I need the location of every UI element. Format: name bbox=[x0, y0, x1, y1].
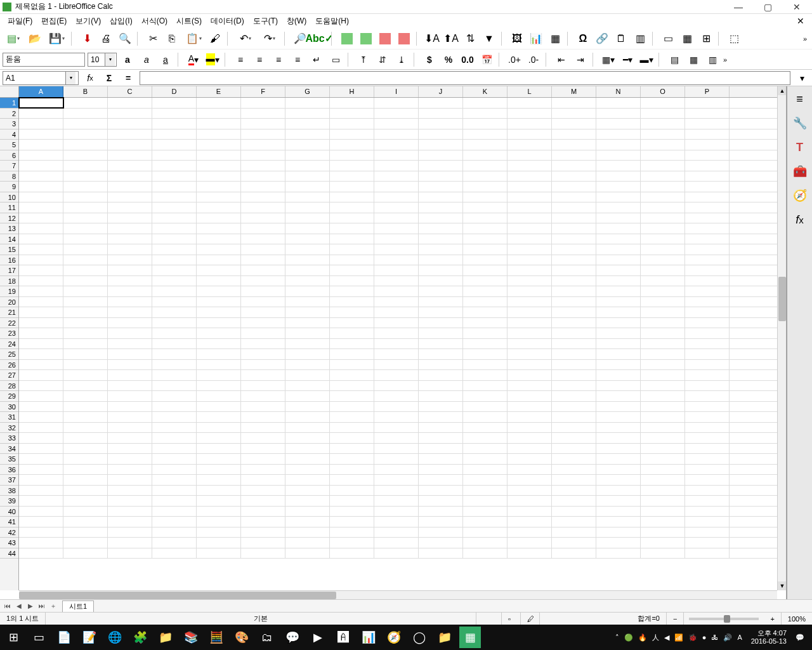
cell-N1[interactable] bbox=[596, 98, 641, 108]
split-window-button[interactable]: ⊞ bbox=[698, 30, 714, 47]
cell-O25[interactable] bbox=[641, 349, 685, 359]
cell-P17[interactable] bbox=[685, 265, 730, 275]
cell-P38[interactable] bbox=[685, 486, 730, 496]
cell-L26[interactable] bbox=[508, 360, 552, 370]
hscroll-thumb[interactable] bbox=[19, 592, 336, 599]
cell-I36[interactable] bbox=[374, 465, 419, 475]
cell-D35[interactable] bbox=[152, 454, 197, 464]
row-header-39[interactable]: 39 bbox=[0, 496, 18, 507]
cell-C29[interactable] bbox=[108, 391, 152, 401]
cell-M21[interactable] bbox=[552, 307, 596, 317]
cell-D21[interactable] bbox=[152, 307, 197, 317]
cell-I38[interactable] bbox=[374, 486, 419, 496]
cell-P23[interactable] bbox=[685, 328, 730, 338]
cell-E25[interactable] bbox=[197, 349, 241, 359]
row-header-9[interactable]: 9 bbox=[0, 182, 18, 192]
cell-E30[interactable] bbox=[197, 402, 241, 412]
cells-area[interactable] bbox=[19, 98, 777, 590]
cell-K26[interactable] bbox=[463, 360, 508, 370]
cell-M13[interactable] bbox=[552, 223, 596, 234]
cell-D37[interactable] bbox=[152, 475, 197, 485]
sum-button[interactable]: Σ bbox=[102, 71, 117, 85]
cell-I12[interactable] bbox=[374, 213, 419, 223]
cell-A10[interactable] bbox=[19, 192, 63, 202]
cell-B38[interactable] bbox=[63, 486, 108, 496]
cell-K38[interactable] bbox=[463, 486, 508, 496]
cell-M7[interactable] bbox=[552, 161, 596, 171]
cell-A31[interactable] bbox=[19, 412, 63, 422]
task-view-button[interactable]: ▭ bbox=[28, 627, 49, 648]
cell-D33[interactable] bbox=[152, 433, 197, 443]
cell-O40[interactable] bbox=[641, 507, 685, 517]
cell-A14[interactable] bbox=[19, 234, 63, 244]
cell-N42[interactable] bbox=[596, 527, 641, 538]
cell-N44[interactable] bbox=[596, 548, 641, 559]
cell-I35[interactable] bbox=[374, 454, 419, 464]
tray-show-hidden-icon[interactable]: ˄ bbox=[615, 633, 619, 642]
cell-L40[interactable] bbox=[508, 507, 552, 517]
cell-H40[interactable] bbox=[330, 507, 374, 517]
number-button[interactable]: 0.0 bbox=[459, 51, 476, 68]
cell-J2[interactable] bbox=[419, 109, 463, 119]
cell-O2[interactable] bbox=[641, 109, 685, 119]
cell-N37[interactable] bbox=[596, 475, 641, 485]
cell-E44[interactable] bbox=[197, 548, 241, 559]
row-header-2[interactable]: 2 bbox=[0, 109, 18, 119]
column-header-F[interactable]: F bbox=[241, 86, 285, 97]
cell-G29[interactable] bbox=[285, 391, 330, 401]
taskbar-app-11[interactable]: ▶ bbox=[307, 627, 329, 648]
cell-N4[interactable] bbox=[596, 129, 641, 140]
cell-H32[interactable] bbox=[330, 423, 374, 433]
cell-O21[interactable] bbox=[641, 307, 685, 317]
cell-M27[interactable] bbox=[552, 370, 596, 380]
cell-K13[interactable] bbox=[463, 223, 508, 234]
column-header-K[interactable]: K bbox=[463, 86, 508, 97]
cell-J12[interactable] bbox=[419, 213, 463, 223]
maximize-button[interactable]: ▢ bbox=[759, 1, 776, 13]
cell-G28[interactable] bbox=[285, 381, 330, 391]
sidebar-styles-icon[interactable]: T bbox=[791, 138, 809, 156]
cell-M3[interactable] bbox=[552, 119, 596, 129]
cell-G37[interactable] bbox=[285, 475, 330, 485]
cell-K43[interactable] bbox=[463, 538, 508, 548]
cell-B39[interactable] bbox=[63, 496, 108, 506]
cell-B34[interactable] bbox=[63, 444, 108, 454]
sidebar-gallery-icon[interactable]: 🧰 bbox=[791, 162, 809, 180]
cell-O13[interactable] bbox=[641, 223, 685, 234]
insert-col-button[interactable] bbox=[358, 30, 374, 47]
cell-M10[interactable] bbox=[552, 192, 596, 202]
cell-A36[interactable] bbox=[19, 465, 63, 475]
cell-E6[interactable] bbox=[197, 150, 241, 161]
cell-N36[interactable] bbox=[596, 465, 641, 475]
cell-J42[interactable] bbox=[419, 527, 463, 538]
cell-G11[interactable] bbox=[285, 202, 330, 213]
cell-F8[interactable] bbox=[241, 171, 285, 182]
cell-H15[interactable] bbox=[330, 244, 374, 255]
cell-L18[interactable] bbox=[508, 276, 552, 286]
cell-A26[interactable] bbox=[19, 360, 63, 370]
cell-A19[interactable] bbox=[19, 286, 63, 296]
cell-K34[interactable] bbox=[463, 444, 508, 454]
cell-D22[interactable] bbox=[152, 318, 197, 328]
cell-J15[interactable] bbox=[419, 244, 463, 255]
cell-K7[interactable] bbox=[463, 161, 508, 171]
cell-B31[interactable] bbox=[63, 412, 108, 422]
export-pdf-button[interactable]: ⬇ bbox=[79, 30, 95, 47]
cell-D28[interactable] bbox=[152, 381, 197, 391]
cell-M8[interactable] bbox=[552, 171, 596, 182]
cell-K18[interactable] bbox=[463, 276, 508, 286]
cell-D43[interactable] bbox=[152, 538, 197, 548]
cell-F14[interactable] bbox=[241, 234, 285, 244]
row-header-24[interactable]: 24 bbox=[0, 339, 18, 350]
cell-N2[interactable] bbox=[596, 109, 641, 119]
cell-I2[interactable] bbox=[374, 109, 419, 119]
cell-L9[interactable] bbox=[508, 182, 552, 192]
row-header-6[interactable]: 6 bbox=[0, 150, 18, 161]
cell-O42[interactable] bbox=[641, 527, 685, 538]
cell-N15[interactable] bbox=[596, 244, 641, 255]
redo-button[interactable]: ↷▾ bbox=[259, 30, 280, 47]
cell-D6[interactable] bbox=[152, 150, 197, 161]
cell-F19[interactable] bbox=[241, 286, 285, 296]
cell-J33[interactable] bbox=[419, 433, 463, 443]
cell-G8[interactable] bbox=[285, 171, 330, 182]
